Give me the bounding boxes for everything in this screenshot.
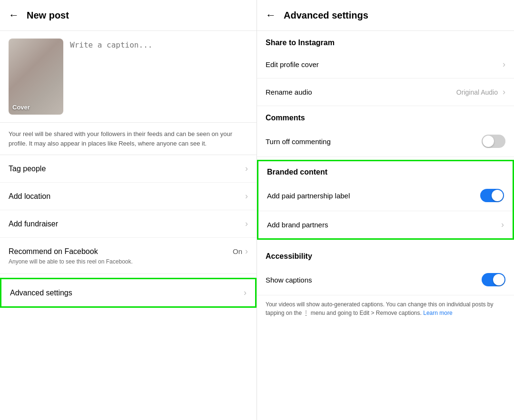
add-paid-partnership-item[interactable]: Add paid partnership label bbox=[258, 180, 513, 211]
recommend-on-value: On bbox=[233, 247, 242, 255]
left-back-button[interactable]: ← bbox=[9, 9, 19, 21]
recommend-facebook-right: On › bbox=[233, 246, 248, 256]
branded-content-box: Branded content Add paid partnership lab… bbox=[257, 160, 514, 240]
right-back-button[interactable]: ← bbox=[266, 9, 276, 21]
edit-profile-cover-item[interactable]: Edit profile cover › bbox=[257, 51, 514, 78]
right-page-title: Advanced settings bbox=[284, 10, 368, 21]
toggle-thumb-captions bbox=[493, 274, 504, 285]
left-panel: ← New post Cover Your reel will be share… bbox=[0, 0, 257, 420]
accessibility-section: Accessibility Show captions Your videos … bbox=[257, 243, 514, 324]
recommend-facebook-item[interactable]: Recommend on Facebook On › Anyone will b… bbox=[0, 238, 257, 274]
toggle-thumb-off bbox=[483, 136, 494, 147]
edit-profile-cover-label: Edit profile cover bbox=[266, 60, 319, 68]
right-content: Share to Instagram Edit profile cover › … bbox=[257, 31, 514, 420]
recommend-facebook-chevron: › bbox=[245, 246, 248, 256]
add-location-chevron: › bbox=[245, 191, 248, 201]
add-brand-partners-chevron: › bbox=[501, 220, 504, 230]
left-header: ← New post bbox=[0, 0, 257, 31]
rename-audio-label: Rename audio bbox=[266, 88, 312, 96]
add-paid-partnership-label: Add paid partnership label bbox=[267, 192, 350, 200]
rename-audio-chevron: › bbox=[503, 87, 505, 97]
captions-description: Your videos will show auto-generated cap… bbox=[257, 295, 514, 324]
add-location-label: Add location bbox=[9, 192, 50, 201]
cover-thumbnail[interactable]: Cover bbox=[9, 39, 63, 115]
tag-people-chevron: › bbox=[245, 164, 248, 174]
advanced-settings-label: Advanced settings bbox=[10, 289, 72, 297]
recommend-facebook-sub: Anyone will be able to see this reel on … bbox=[9, 258, 133, 265]
learn-more-link[interactable]: Learn more bbox=[423, 310, 452, 316]
recommend-facebook-label: Recommend on Facebook bbox=[9, 247, 98, 256]
left-page-title: New post bbox=[27, 10, 69, 21]
add-fundraiser-item[interactable]: Add fundraiser › bbox=[0, 210, 257, 238]
edit-profile-cover-chevron: › bbox=[503, 59, 505, 69]
paid-partnership-toggle[interactable] bbox=[480, 189, 504, 202]
add-brand-partners-item[interactable]: Add brand partners › bbox=[258, 211, 513, 238]
show-captions-toggle[interactable] bbox=[482, 273, 505, 286]
turn-off-commenting-toggle[interactable] bbox=[482, 135, 505, 148]
add-location-item[interactable]: Add location › bbox=[0, 183, 257, 210]
branded-content-header: Branded content bbox=[258, 161, 513, 180]
rename-audio-value: Original Audio bbox=[456, 88, 498, 96]
advanced-settings-chevron: › bbox=[244, 288, 247, 298]
add-fundraiser-label: Add fundraiser bbox=[9, 220, 58, 228]
advanced-settings-item[interactable]: Advanced settings › bbox=[0, 278, 257, 308]
show-captions-label: Show captions bbox=[266, 276, 312, 284]
add-fundraiser-chevron: › bbox=[245, 219, 248, 229]
cover-label: Cover bbox=[12, 104, 30, 111]
edit-profile-cover-right: › bbox=[503, 59, 505, 69]
add-brand-partners-label: Add brand partners bbox=[267, 221, 328, 229]
tag-people-label: Tag people bbox=[9, 165, 46, 173]
show-captions-item[interactable]: Show captions bbox=[257, 264, 514, 295]
reel-description: Your reel will be shared with your follo… bbox=[0, 123, 257, 155]
accessibility-header: Accessibility bbox=[257, 244, 514, 264]
post-compose-area: Cover bbox=[0, 31, 257, 123]
rename-audio-item[interactable]: Rename audio Original Audio › bbox=[257, 78, 514, 106]
share-to-instagram-header: Share to Instagram bbox=[257, 31, 514, 51]
turn-off-commenting-item[interactable]: Turn off commenting bbox=[257, 126, 514, 157]
right-header: ← Advanced settings bbox=[257, 0, 514, 31]
rename-audio-right: Original Audio › bbox=[456, 87, 505, 97]
right-panel: ← Advanced settings Share to Instagram E… bbox=[257, 0, 514, 420]
turn-off-commenting-label: Turn off commenting bbox=[266, 137, 331, 146]
toggle-thumb-paid bbox=[492, 190, 503, 201]
caption-input[interactable] bbox=[70, 39, 248, 95]
tag-people-item[interactable]: Tag people › bbox=[0, 155, 257, 183]
comments-header: Comments bbox=[257, 106, 514, 126]
